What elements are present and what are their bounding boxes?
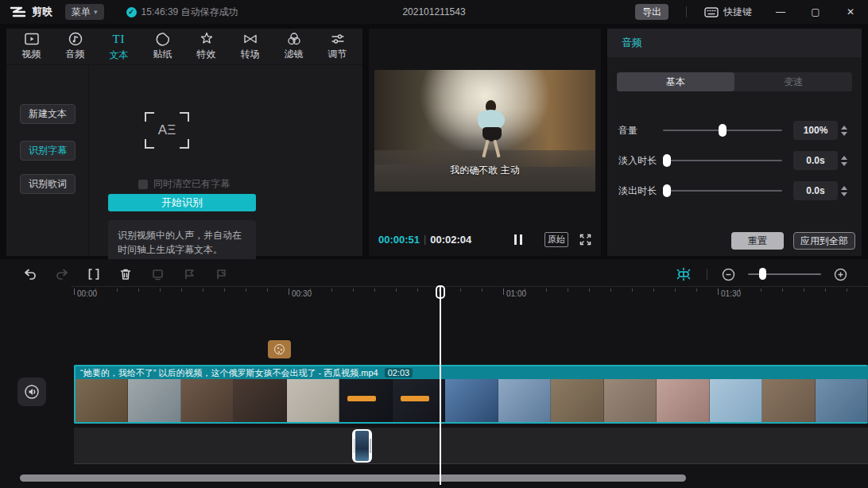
app-name: 剪映 — [32, 5, 52, 19]
volume-row: 音量 100% — [618, 121, 851, 140]
zoom-out-icon[interactable] — [722, 268, 735, 281]
fade-out-value[interactable]: 0.0s — [793, 181, 838, 200]
check-icon: ✓ — [126, 7, 137, 17]
playhead-handle[interactable] — [436, 285, 445, 299]
clear-existing-checkbox-row[interactable]: 同时清空已有字幕 — [138, 177, 230, 191]
text-icon: TI — [112, 31, 125, 47]
delete-button[interactable] — [110, 264, 141, 285]
timeline-zoom-slider[interactable] — [748, 273, 821, 275]
clip-thumbnail — [710, 379, 762, 422]
video-clip[interactable]: “她要的，我给不了” 以后的视频，这个俄罗斯女孩不会出现了 - 西瓜视频.mp4… — [74, 365, 868, 424]
tab-basic[interactable]: 基本 — [617, 72, 734, 91]
selected-small-clip[interactable] — [352, 429, 372, 463]
recognition-description: 识别视频中的人声，并自动在时间轴上生成字幕文本。 — [108, 220, 256, 265]
ruler-tick — [246, 289, 246, 292]
tab-label: 文本 — [110, 48, 129, 62]
timeline-ruler[interactable]: 00:0000:3001:0001:30 — [72, 286, 868, 300]
clip-thumbnail — [339, 379, 392, 422]
video-frame[interactable]: 我的确不敢 主动 — [374, 70, 595, 192]
audio-icon — [68, 32, 83, 46]
fade-in-value[interactable]: 0.0s — [793, 151, 838, 170]
auto-snap-icon[interactable] — [675, 267, 692, 281]
fade-out-stepper[interactable] — [838, 181, 851, 200]
ruler-tick — [74, 289, 75, 295]
zoom-slider-handle[interactable] — [759, 268, 766, 280]
ruler-tick — [546, 289, 547, 292]
export-button[interactable]: 导出 — [635, 4, 668, 20]
time-separator: | — [424, 234, 426, 245]
mirror-button[interactable] — [205, 264, 237, 285]
shortcuts-label: 快捷键 — [723, 6, 752, 19]
slider-handle[interactable] — [663, 184, 671, 197]
checkbox-icon[interactable] — [138, 180, 148, 189]
tab-speed[interactable]: 变速 — [734, 72, 852, 91]
ruler-tick — [632, 289, 633, 292]
audio-panel-title: 音频 — [622, 36, 642, 50]
small-clip-thumbnail — [355, 431, 369, 461]
ruler-tick — [417, 289, 418, 292]
ruler-tick — [503, 289, 504, 295]
split-button[interactable] — [78, 264, 110, 285]
subtitle-recognition-panel: AΞ 同时清空已有字幕 开始识别 识别视频中的人声，并自动在时间轴上生成字幕文本… — [89, 66, 362, 256]
tab-label: 视频 — [22, 48, 41, 61]
current-time: 00:00:51 — [378, 234, 420, 246]
menu-button[interactable]: 菜单 ▾ — [65, 4, 104, 20]
new-text-button[interactable]: 新建文本 — [20, 104, 76, 124]
tab-video[interactable]: 视频 — [10, 29, 53, 64]
clip-filmstrip — [76, 379, 868, 422]
slider-handle[interactable] — [719, 124, 727, 137]
tab-audio[interactable]: 音频 — [53, 29, 97, 64]
tab-label: 特效 — [197, 48, 216, 61]
volume-stepper[interactable] — [838, 121, 851, 140]
reverse-button[interactable] — [173, 264, 205, 285]
divider — [707, 269, 707, 280]
tab-adjust[interactable]: 调节 — [316, 29, 359, 64]
ruler-tick — [267, 289, 268, 292]
secondary-track[interactable] — [74, 428, 868, 464]
minimize-button[interactable]: — — [763, 0, 798, 24]
tab-text[interactable]: TI 文本 — [97, 29, 141, 64]
ruler-tick — [761, 289, 761, 292]
recognize-subtitle-button[interactable]: 识别字幕 — [20, 141, 76, 161]
maximize-button[interactable]: ▢ — [798, 0, 833, 24]
volume-value[interactable]: 100% — [793, 121, 838, 140]
zoom-in-icon[interactable] — [834, 268, 847, 281]
shortcuts-button[interactable]: 快捷键 — [704, 6, 752, 19]
original-ratio-button[interactable]: 原始 — [544, 232, 568, 247]
audio-tab-bar: 基本 变速 — [617, 72, 852, 91]
horizontal-scrollbar[interactable] — [20, 474, 686, 482]
fade-out-slider[interactable] — [663, 190, 782, 192]
freeze-frame-button[interactable] — [141, 264, 173, 285]
apply-to-all-button[interactable]: 应用到全部 — [793, 232, 855, 250]
redo-button[interactable] — [46, 264, 78, 285]
transition-icon — [242, 32, 258, 46]
video-icon — [24, 32, 40, 46]
tab-label: 滤镜 — [285, 48, 304, 61]
close-button[interactable]: ✕ — [833, 0, 868, 24]
tab-filter[interactable]: 滤镜 — [272, 29, 316, 64]
volume-slider[interactable] — [663, 130, 782, 131]
fade-in-stepper[interactable] — [838, 151, 851, 170]
clip-thumbnail — [657, 379, 709, 422]
preview-controls: 00:00:51 | 00:02:04 原始 — [369, 223, 601, 255]
tab-transition[interactable]: 转场 — [228, 29, 272, 64]
track-mute-button[interactable] — [17, 378, 46, 406]
tab-sticker[interactable]: 贴纸 — [141, 29, 184, 64]
sticker-clip[interactable] — [268, 340, 291, 358]
ruler-tick — [181, 289, 182, 292]
playhead-line[interactable] — [440, 286, 441, 485]
clip-thumbnail — [445, 379, 498, 422]
tab-effects[interactable]: 特效 — [184, 29, 228, 64]
fade-in-slider[interactable] — [663, 160, 782, 161]
reset-button[interactable]: 重置 — [731, 232, 784, 250]
start-recognition-button[interactable]: 开始识别 — [108, 194, 256, 211]
pause-button[interactable] — [514, 234, 522, 245]
media-panel: 视频 音频 TI 文本 贴纸 特效 转场 — [6, 29, 362, 256]
undo-button[interactable] — [14, 264, 46, 285]
clip-duration-badge: 02:03 — [385, 368, 413, 378]
app-window: 剪映 菜单 ▾ ✓ 15:46:39 自动保存成功 202101211543 导… — [0, 0, 868, 488]
ruler-tick — [117, 289, 118, 292]
fullscreen-icon[interactable] — [579, 234, 591, 246]
recognize-lyrics-button[interactable]: 识别歌词 — [20, 174, 76, 194]
slider-handle[interactable] — [663, 154, 671, 167]
